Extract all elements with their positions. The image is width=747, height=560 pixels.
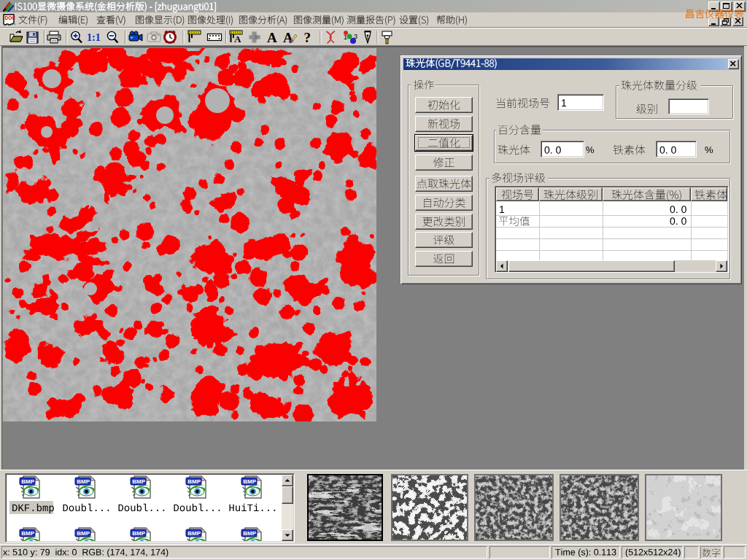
svg-text:A: A [234, 34, 241, 44]
svg-text:1:1: 1:1 [87, 32, 101, 43]
svg-text:1: 1 [344, 34, 347, 41]
svg-text:?: ? [304, 30, 311, 45]
svg-text:3: 3 [354, 33, 357, 40]
svg-text:A: A [267, 30, 277, 45]
